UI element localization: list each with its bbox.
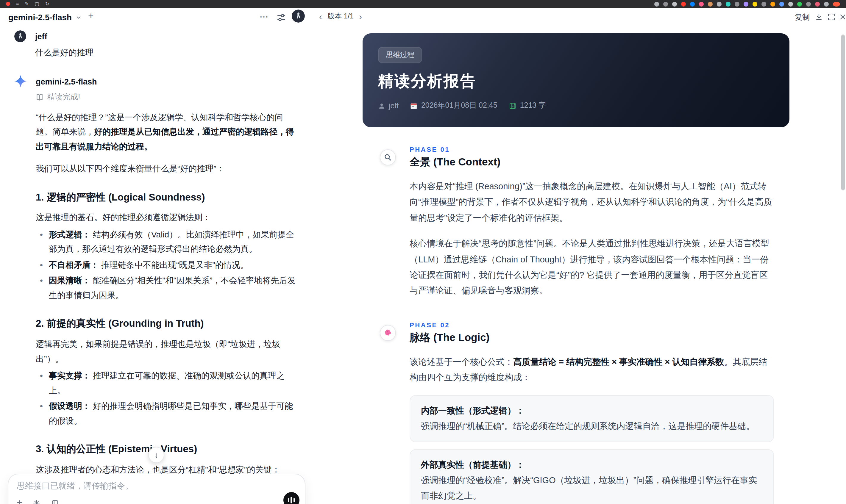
copy-button[interactable]: 复制 bbox=[795, 13, 810, 23]
user-avatar[interactable] bbox=[14, 30, 26, 42]
gemini-logo-icon bbox=[14, 75, 27, 88]
model-name: gemini-2.5-flash bbox=[8, 13, 72, 22]
phase-paragraph: 核心情境在于解决“思考的随意性”问题。不论是人类通过批判性思维进行决策，还是大语… bbox=[410, 236, 774, 299]
report-badge: 思维过程 bbox=[378, 47, 422, 63]
previous-version-button[interactable]: ‹ bbox=[319, 12, 322, 21]
user-message-text: 什么是好的推理 bbox=[35, 45, 297, 59]
abacus-icon bbox=[509, 102, 516, 109]
scroll-to-bottom-button[interactable]: ↓ bbox=[148, 447, 164, 463]
scrollbar[interactable] bbox=[841, 35, 845, 191]
app-toolbar: gemini-2.5-flash + ⋯ ‹ 版本 1/1 › 复制 bbox=[0, 8, 846, 28]
extension-icon[interactable] bbox=[699, 1, 704, 6]
user-message: jeff 什么是好的推理 bbox=[14, 30, 338, 59]
extension-icon[interactable] bbox=[663, 1, 668, 6]
section-heading: 3. 认知的公正性 (Epistemic Virtues) bbox=[36, 440, 298, 458]
close-icon[interactable] bbox=[838, 12, 846, 22]
extension-icon[interactable] bbox=[717, 1, 722, 6]
user-name: jeff bbox=[35, 30, 297, 44]
extension-icon[interactable] bbox=[672, 1, 677, 6]
browser-toolbar: ≡✎▢↻ bbox=[0, 0, 846, 8]
extension-icon[interactable] bbox=[779, 1, 784, 6]
settings-sliders-icon[interactable] bbox=[276, 12, 287, 23]
bullet-list: 事实支撑：推理建立在可靠的数据、准确的观测或公认的真理之上。 假设透明：好的推理… bbox=[36, 368, 298, 428]
phase-body: 本内容是对“推理 (Reasoning)”这一抽象概念的高层建模。在知识爆炸与人… bbox=[410, 179, 774, 299]
toolbar-glyphs: ≡✎▢↻ bbox=[16, 1, 49, 6]
book-icon bbox=[36, 93, 43, 101]
phase-label: PHASE 02 bbox=[410, 321, 489, 328]
sparkle-tools-icon[interactable] bbox=[33, 499, 41, 504]
core-formula: 该论述基于一个核心公式：高质量结论 = 结构完整性 × 事实准确性 × 认知自律… bbox=[410, 354, 774, 385]
extension-icon[interactable] bbox=[753, 1, 757, 6]
bullet-item: 因果清晰：能准确区分“相关性”和“因果关系”，不会轻率地将先后发生的事情归为因果… bbox=[36, 273, 298, 303]
composer-actions: + bbox=[17, 498, 59, 504]
toolbar-glyph-icon[interactable]: ✎ bbox=[25, 1, 29, 6]
assistant-name: gemini-2.5-flash bbox=[36, 75, 298, 89]
phase-section-2: PHASE 02 脉络 (The Logic) 该论述基于一个核心公式：高质量结… bbox=[363, 321, 842, 504]
section-heading: 2. 前提的真实性 (Grounding in Truth) bbox=[36, 315, 298, 332]
report-meta: jeff 2026年01月08日 02:45 1213 字 bbox=[378, 101, 774, 111]
section-intro: 这是推理的基石。好的推理必须遵循逻辑法则： bbox=[36, 210, 298, 225]
read-status-text: 精读完成! bbox=[47, 90, 80, 104]
voice-input-button[interactable] bbox=[283, 492, 299, 504]
extension-icon[interactable] bbox=[815, 1, 820, 6]
answer-section: 1. 逻辑的严密性 (Logical Soundness) 这是推理的基石。好的… bbox=[36, 188, 298, 303]
bullet-list: 形式逻辑：结构必须有效（Valid）。比如演绎推理中，如果前提全部为真，那么通过… bbox=[36, 227, 298, 303]
extension-icon[interactable] bbox=[797, 1, 802, 6]
report-date: 2026年01月08日 02:45 bbox=[410, 101, 497, 111]
report-title: 精读分析报告 bbox=[378, 71, 774, 92]
phase-paragraph: 本内容是对“推理 (Reasoning)”这一抽象概念的高层建模。在知识爆炸与人… bbox=[410, 179, 774, 226]
dimension-card: 内部一致性（形式逻辑）： 强调推理的“机械正确”。结论必须在给定的规则系统内逻辑… bbox=[410, 395, 774, 442]
toolbar-glyph-icon[interactable]: ▢ bbox=[35, 1, 39, 6]
assistant-intro: “什么是好的推理？”这是一个涉及逻辑学、认知科学和哲学核心的问题。简单来说，好的… bbox=[36, 110, 298, 154]
bullet-item: 假设透明：好的推理会明确指明哪些是已知事实，哪些是基于可能的假设。 bbox=[36, 399, 298, 428]
notebook-icon[interactable] bbox=[52, 499, 59, 504]
new-chat-button[interactable]: + bbox=[88, 11, 94, 21]
extension-icon[interactable] bbox=[708, 1, 712, 6]
extension-icon[interactable] bbox=[824, 1, 829, 6]
extension-icon[interactable] bbox=[726, 1, 730, 6]
model-selector[interactable]: gemini-2.5-flash bbox=[8, 13, 81, 22]
extension-icon[interactable] bbox=[788, 1, 793, 6]
phase-label: PHASE 01 bbox=[410, 146, 500, 153]
artifact-panel: 思维过程 精读分析报告 jeff 2026年01月08日 02:45 1213 … bbox=[348, 28, 842, 504]
report-wordcount: 1213 字 bbox=[509, 101, 546, 111]
assistant-sections: 1. 逻辑的严密性 (Logical Soundness) 这是推理的基石。好的… bbox=[36, 188, 298, 504]
extension-icon[interactable] bbox=[806, 1, 811, 6]
toolbar-glyph-icon[interactable]: ≡ bbox=[16, 1, 19, 6]
assistant-message: gemini-2.5-flash 精读完成! “什么是好的推理？”这是一个涉及逻… bbox=[14, 75, 338, 504]
phase-heading: 全景 (The Context) bbox=[410, 155, 500, 169]
bullet-item: 事实支撑：推理建立在可靠的数据、准确的观测或公认的真理之上。 bbox=[36, 368, 298, 398]
fullscreen-icon[interactable] bbox=[826, 12, 836, 22]
read-status: 精读完成! bbox=[36, 90, 298, 104]
extension-icon[interactable] bbox=[833, 1, 840, 6]
extension-icon[interactable] bbox=[735, 1, 739, 6]
calendar-icon bbox=[410, 102, 418, 109]
extension-icon[interactable] bbox=[770, 1, 775, 6]
dimension-cards: 内部一致性（形式逻辑）： 强调推理的“机械正确”。结论必须在给定的规则系统内逻辑… bbox=[410, 395, 774, 504]
extension-icon[interactable] bbox=[681, 1, 686, 6]
assistant-lead: 我们可以从以下四个维度来衡量什么是“好的推理”： bbox=[36, 161, 298, 176]
extension-icon[interactable] bbox=[761, 1, 766, 6]
version-navigation: ‹ 版本 1/1 › bbox=[319, 11, 362, 21]
extension-icon[interactable] bbox=[654, 1, 659, 6]
more-options-button[interactable]: ⋯ bbox=[258, 10, 270, 23]
magnifier-icon bbox=[380, 149, 396, 165]
next-version-button[interactable]: › bbox=[359, 12, 362, 21]
phase-body: 该论述基于一个核心公式：高质量结论 = 结构完整性 × 事实准确性 × 认知自律… bbox=[410, 354, 774, 504]
section-heading: 1. 逻辑的严密性 (Logical Soundness) bbox=[36, 188, 298, 205]
chevron-down-icon bbox=[75, 14, 81, 20]
brain-icon bbox=[380, 325, 396, 341]
account-avatar[interactable] bbox=[292, 10, 305, 23]
answer-section: 2. 前提的真实性 (Grounding in Truth) 逻辑再完美，如果前… bbox=[36, 315, 298, 428]
chat-panel: jeff 什么是好的推理 gemini-2.5-flash 精读完成! “什么是… bbox=[0, 28, 338, 504]
add-attachment-button[interactable]: + bbox=[17, 498, 22, 504]
download-icon[interactable] bbox=[814, 12, 824, 22]
toolbar-glyph-icon[interactable]: ↻ bbox=[45, 1, 49, 6]
person-icon bbox=[378, 102, 385, 109]
chat-input[interactable] bbox=[17, 481, 219, 495]
section-intro: 逻辑再完美，如果前提是错误的，推理也是垃圾（即“垃圾进，垃圾出”）。 bbox=[36, 337, 298, 366]
dimension-card: 外部真实性（前提基础）： 强调推理的“经验校准”。解决“GIGO（垃圾进，垃圾出… bbox=[410, 449, 774, 504]
extension-icon[interactable] bbox=[690, 1, 695, 6]
extension-icon[interactable] bbox=[744, 1, 748, 6]
version-label: 版本 1/1 bbox=[328, 11, 354, 21]
